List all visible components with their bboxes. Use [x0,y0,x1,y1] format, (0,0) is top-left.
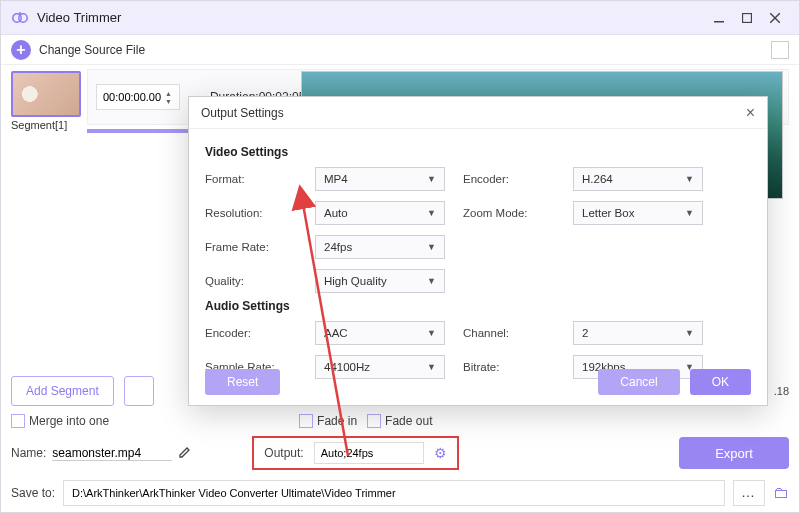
save-path-input[interactable] [63,480,725,506]
filename-input[interactable] [52,446,172,461]
a-encoder-label: Encoder: [205,327,297,339]
gear-icon[interactable]: ⚙ [434,445,447,461]
minimize-button[interactable] [705,4,733,32]
open-folder-icon[interactable]: 🗀 [773,484,789,502]
add-icon[interactable]: + [11,40,31,60]
audio-settings-heading: Audio Settings [205,299,751,313]
fade-out-checkbox[interactable]: Fade out [367,414,432,428]
titlebar: Video Trimmer [1,1,799,35]
app-logo-icon [11,9,29,27]
close-button[interactable] [761,4,789,32]
reset-button[interactable]: Reset [205,369,280,395]
ok-button[interactable]: OK [690,369,751,395]
timeline-end-label: .18 [774,385,789,397]
segment-thumbnail-column: Segment[1] [11,71,81,131]
save-to-label: Save to: [11,486,55,500]
name-label: Name: [11,446,46,460]
channel-select[interactable]: 2▼ [573,321,703,345]
output-value-field[interactable] [314,442,424,464]
add-segment-button[interactable]: Add Segment [11,376,114,406]
fade-in-checkbox[interactable]: Fade in [299,414,357,428]
channel-label: Channel: [463,327,555,339]
a-encoder-select[interactable]: AAC▼ [315,321,445,345]
segment-thumbnail[interactable] [11,71,81,117]
segment-label: Segment[1] [11,119,81,131]
encoder-select[interactable]: H.264▼ [573,167,703,191]
dialog-title: Output Settings [201,106,284,120]
start-time-input[interactable]: 00:00:00.00▲▼ [96,84,180,110]
video-settings-heading: Video Settings [205,145,751,159]
toolbar: + Change Source File [1,35,799,65]
edit-name-icon[interactable] [178,445,192,462]
svg-rect-4 [743,13,752,22]
zoom-select[interactable]: Letter Box▼ [573,201,703,225]
export-button[interactable]: Export [679,437,789,469]
cancel-button[interactable]: Cancel [598,369,679,395]
output-settings-dialog: Output Settings × Video Settings Format:… [188,96,768,406]
secondary-segment-button[interactable] [124,376,154,406]
encoder-label: Encoder: [463,173,555,185]
resolution-select[interactable]: Auto▼ [315,201,445,225]
merge-checkbox[interactable]: Merge into one [11,414,109,428]
framerate-label: Frame Rate: [205,241,297,253]
format-label: Format: [205,173,297,185]
dialog-close-icon[interactable]: × [746,104,755,122]
maximize-button[interactable] [733,4,761,32]
quality-label: Quality: [205,275,297,287]
svg-rect-2 [19,12,21,16]
resolution-label: Resolution: [205,207,297,219]
change-source-button[interactable]: Change Source File [39,43,145,57]
framerate-select[interactable]: 24fps▼ [315,235,445,259]
output-settings-trigger: Output: ⚙ [252,436,458,470]
zoom-label: Zoom Mode: [463,207,555,219]
svg-rect-3 [714,21,724,23]
quality-select[interactable]: High Quality▼ [315,269,445,293]
dialog-titlebar: Output Settings × [189,97,767,129]
tool-icon[interactable] [771,41,789,59]
app-title: Video Trimmer [37,10,705,25]
format-select[interactable]: MP4▼ [315,167,445,191]
browse-path-button[interactable]: … [733,480,765,506]
output-label: Output: [264,446,303,460]
